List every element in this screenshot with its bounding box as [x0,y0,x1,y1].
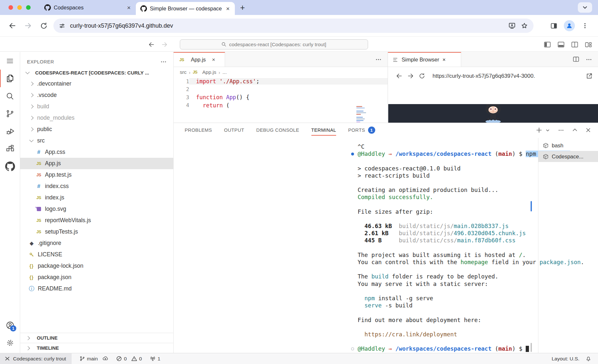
tab-close-icon[interactable]: × [443,57,446,63]
folder-build[interactable]: build [20,101,173,112]
install-app-icon[interactable] [508,22,516,30]
terminal-instance-bash[interactable]: $bash [538,140,598,151]
file-LICENSE[interactable]: LICENSE [20,249,173,260]
breadcrumb-src[interactable]: src [180,69,187,75]
address-bar[interactable]: curly-trout-x57j57g6q6397v4.github.dev [53,19,534,33]
notifications-bell-icon[interactable] [585,356,591,362]
code-editor[interactable]: 1import './App.css';23function App() {4 … [174,77,388,109]
breadcrumb[interactable]: src › JS App.js › ... [174,67,388,77]
browser-tab-1[interactable]: Simple Browser — codespace× [136,2,235,15]
browser-menu-button[interactable] [577,18,593,34]
browser-tab-0[interactable]: Codespaces× [40,0,136,15]
tab-search-button[interactable] [578,2,592,13]
sidebar-item-explorer[interactable] [0,70,20,87]
panel-tab-problems[interactable]: PROBLEMS [185,123,212,137]
terminal-scrollbar-thumb[interactable] [531,201,532,211]
forward-button[interactable] [20,18,36,34]
code-line-2[interactable]: 2 [174,86,388,94]
settings-button[interactable] [0,334,20,352]
window-zoom-button[interactable] [26,5,31,10]
sidebar-item-extensions[interactable] [0,140,20,157]
sidebar-item-source-control[interactable] [0,105,20,122]
terminal-dropdown-icon[interactable] [546,128,550,132]
panel-tab-terminal[interactable]: TERMINAL [311,123,336,137]
outline-section[interactable]: OUTLINE [20,333,173,343]
reload-icon[interactable] [419,73,425,79]
file-App.js[interactable]: JSApp.js [20,158,173,169]
sidebar-item-run-debug[interactable] [0,122,20,140]
file-App.css[interactable]: #App.css [20,146,173,158]
tab-close-icon[interactable]: × [126,5,132,11]
close-panel-icon[interactable] [586,128,591,133]
explorer-more-actions-icon[interactable] [160,59,167,65]
customize-layout-button[interactable] [583,40,593,49]
tab-close-icon[interactable]: × [225,6,231,12]
file-setupTests.js[interactable]: JSsetupTests.js [20,226,173,237]
file-index.js[interactable]: JSindex.js [20,192,173,203]
open-external-icon[interactable] [586,73,593,80]
simple-browser-viewport[interactable] [388,104,598,123]
command-center-search[interactable]: codespaces-react [Codespaces: curly trou… [180,39,368,49]
code-line-1[interactable]: 1import './App.css'; [174,77,388,86]
folder-.vscode[interactable]: .vscode [20,89,173,101]
editor-tab-appjs[interactable]: JS App.js × [174,52,225,67]
accounts-button[interactable]: 1 [0,317,20,334]
workspace-root-folder[interactable]: CODESPACES-REACT [CODESPACES: CURLY ... [20,67,173,78]
file-README.md[interactable]: ⓘREADME.md [20,283,173,294]
file-.gitignore[interactable]: ◆.gitignore [20,237,173,249]
reload-button[interactable] [36,18,51,34]
breadcrumb-file[interactable]: App.js [202,69,216,75]
remote-indicator[interactable]: Codespaces: curly trout [0,353,72,364]
tab-close-icon[interactable]: × [212,57,215,63]
terminal-scrollbar-thumb[interactable] [531,343,532,352]
maximize-panel-icon[interactable] [572,128,577,133]
branch-indicator[interactable]: main [79,356,109,362]
back-button[interactable] [5,18,20,34]
file-App.test.js[interactable]: JSApp.test.js [20,169,173,181]
panel-tab-output[interactable]: OUTPUT [224,123,244,137]
keyboard-layout-indicator[interactable]: Layout: U.S. [552,356,579,362]
code-line-4[interactable]: 4 return ( [174,101,388,110]
file-package-lock.json[interactable]: {}package-lock.json [20,260,173,272]
new-terminal-icon[interactable] [536,127,542,133]
split-editor-icon[interactable] [573,57,579,62]
forward-arrow-icon[interactable] [407,73,414,79]
window-minimize-button[interactable] [17,5,22,10]
panel-tab-ports[interactable]: PORTS1 [348,123,375,137]
nav-back-button[interactable] [147,40,156,49]
file-index.css[interactable]: #index.css [20,181,173,192]
editor-more-actions-icon[interactable] [375,56,382,63]
window-close-button[interactable] [8,5,13,10]
folder-.devcontainer[interactable]: .devcontainer [20,78,173,89]
folder-node_modules[interactable]: node_modules [20,112,173,124]
profile-avatar[interactable] [562,18,577,34]
panel-tab-debug-console[interactable]: DEBUG CONSOLE [256,123,299,137]
new-tab-button[interactable]: + [240,4,245,12]
panel-more-actions-icon[interactable] [558,127,564,133]
site-settings-icon[interactable] [59,22,65,29]
sidebar-item-github[interactable] [0,157,20,175]
bookmark-star-icon[interactable] [520,22,528,30]
side-panel-button[interactable] [546,18,562,34]
back-arrow-icon[interactable] [396,73,403,79]
nav-forward-button[interactable] [160,40,169,49]
application-menu-button[interactable] [0,52,20,70]
simple-browser-tab[interactable]: Simple Browser × [388,52,461,67]
ports-indicator[interactable]: 1 [150,356,161,362]
breadcrumb-symbol[interactable]: ... [222,69,227,75]
split-editor-layout-button[interactable] [569,40,580,49]
sidebar-item-search[interactable] [0,87,20,105]
timeline-section[interactable]: TIMELINE [20,343,173,353]
file-reportWebVitals.js[interactable]: JSreportWebVitals.js [20,215,173,226]
code-line-3[interactable]: 3function App() { [174,93,388,101]
toggle-primary-sidebar-button[interactable] [542,40,552,49]
toggle-panel-button[interactable] [556,40,566,49]
terminal-instance-codespace[interactable]: $Codespace... [538,151,598,162]
file-logo.svg[interactable]: logo.svg [20,203,173,215]
file-package.json[interactable]: {}package.json [20,272,173,283]
simple-browser-url-input[interactable]: https://curly-trout-x57j57g6q6397v4-3000… [433,73,581,79]
more-actions-icon[interactable] [586,56,592,63]
problems-indicator[interactable]: 0 0 [116,356,142,362]
folder-src[interactable]: src [20,135,173,146]
folder-public[interactable]: public [20,124,173,135]
